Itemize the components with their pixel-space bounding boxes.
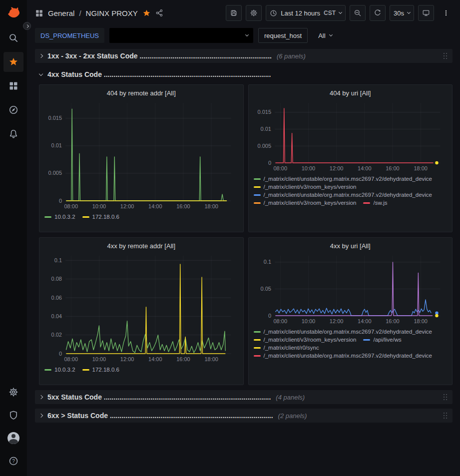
row-drag-handle[interactable] [444, 52, 448, 59]
grafana-logo-icon [6, 6, 21, 21]
legend-item[interactable]: 10.0.3.2 [44, 367, 75, 373]
time-series-chart[interactable]: 00.0050.010.01508:0010:0012:0014:0016:00… [254, 99, 448, 172]
svg-text:0.08: 0.08 [51, 276, 62, 282]
chevron-right-icon [39, 414, 43, 418]
row-title: 4xx Status Code ........................… [47, 70, 271, 78]
time-range-picker[interactable]: Last 12 hours CST [266, 5, 346, 21]
dashboard-row-4xx[interactable]: 4xx Status Code ........................… [35, 67, 453, 81]
sidebar-item-alerting[interactable] [3, 124, 23, 144]
sidebar-expand-button[interactable] [23, 22, 31, 30]
time-range-label: Last 12 hours [281, 9, 320, 17]
dashboard-canvas: 1xx - 3xx - 2xx Status Code ............… [27, 45, 460, 476]
zoom-out-time-button[interactable] [350, 5, 366, 21]
svg-text:18:00: 18:00 [414, 165, 428, 171]
legend-swatch [254, 339, 261, 341]
datasource-variable-value-dropdown[interactable] [109, 28, 253, 43]
legend-item[interactable]: /_matrix/client/unstable/org.matrix.msc2… [254, 176, 433, 182]
dashboard-row-5xx[interactable]: 5xx Status Code ........................… [35, 390, 453, 404]
tv-mode-button[interactable] [418, 5, 434, 21]
legend-item[interactable]: /_matrix/client/r0/sync [254, 345, 319, 351]
dashboard-toolbar: Last 12 hours CST [226, 5, 454, 21]
favorite-star-icon[interactable] [142, 9, 151, 17]
panel-title[interactable]: 404 by uri [All] [254, 88, 448, 99]
panel-4xx-by-uri: 4xx by uri [All] 00.050.108:0010:0012:00… [248, 237, 453, 385]
sidebar-item-help[interactable]: ? [3, 451, 23, 471]
sidebar-top-group [3, 28, 23, 144]
legend-item[interactable]: 10.0.3.2 [44, 214, 75, 220]
star-icon [8, 57, 18, 67]
svg-text:08:00: 08:00 [273, 165, 287, 171]
legend-item[interactable]: /_matrix/client/v3/room_keys/version [254, 184, 357, 190]
row-drag-handle[interactable] [444, 394, 448, 401]
legend-label: /_matrix/client/unstable/org.matrix.msc2… [264, 192, 433, 198]
time-series-chart[interactable]: 00.020.040.060.080.108:0010:0012:0014:00… [44, 252, 238, 363]
legend-item[interactable]: 172.18.0.6 [82, 214, 119, 220]
legend-item[interactable]: /sw.js [363, 200, 387, 206]
legend-item[interactable]: /api/live/ws [363, 337, 401, 343]
legend-item[interactable]: 172.18.0.6 [82, 367, 119, 373]
row-drag-handle[interactable] [444, 412, 448, 419]
grafana-logo[interactable] [2, 4, 24, 23]
legend-swatch [254, 202, 261, 204]
legend-label: /_matrix/client/unstable/org.matrix.msc2… [264, 329, 433, 335]
more-options-button[interactable] [438, 5, 454, 21]
sidebar-item-server-admin[interactable] [3, 405, 23, 425]
bell-icon [8, 129, 18, 139]
breadcrumb-folder[interactable]: General [48, 9, 74, 17]
legend-label: /_matrix/client/v3/room_keys/version [264, 200, 357, 206]
dashboards-icon [8, 81, 18, 91]
dashboard-row-6xx[interactable]: 6xx > Status Code ......................… [35, 409, 453, 423]
sidebar: ? [0, 0, 27, 476]
sidebar-item-explore[interactable] [3, 100, 23, 120]
svg-text:08:00: 08:00 [64, 356, 78, 362]
refresh-interval-dropdown[interactable]: 30s [390, 5, 414, 21]
datasource-variable-text: DS_PROMETHEUS [40, 32, 99, 39]
row-panel-count: (4 panels) [276, 394, 305, 401]
legend-label: /_matrix/client/v3/room_keys/version [264, 337, 357, 343]
svg-text:10:00: 10:00 [301, 165, 315, 171]
save-dashboard-button[interactable] [226, 5, 242, 21]
svg-text:0.06: 0.06 [51, 295, 62, 301]
app-root: ? General / NGINX PROXY [0, 0, 460, 476]
svg-text:0.01: 0.01 [51, 142, 62, 148]
svg-text:0.02: 0.02 [51, 332, 62, 338]
panel-title[interactable]: 4xx by uri [All] [254, 241, 448, 252]
panel-title[interactable]: 4xx by remote addr [All] [44, 241, 238, 252]
breadcrumb-dashboard-title[interactable]: NGINX PROXY [86, 9, 138, 17]
legend-swatch [363, 202, 370, 204]
legend-item[interactable]: /_matrix/client/v3/room_keys/version [254, 337, 357, 343]
panel-404-by-remote-addr: 404 by remote addr [All] 00.0050.010.015… [39, 84, 244, 232]
panel-title[interactable]: 404 by remote addr [All] [44, 88, 238, 99]
share-icon[interactable] [155, 9, 163, 17]
request-host-variable-label[interactable]: request_host [258, 28, 308, 43]
legend-item[interactable]: /_matrix/client/unstable/org.matrix.msc2… [254, 329, 433, 335]
dashboard-row-1xx[interactable]: 1xx - 3xx - 2xx Status Code ............… [35, 49, 453, 63]
chevron-right-icon [39, 54, 43, 58]
kebab-menu-icon [443, 9, 450, 17]
dashboard-settings-button[interactable] [246, 5, 262, 21]
datasource-variable-label[interactable]: DS_PROMETHEUS [35, 28, 104, 43]
refresh-interval-label: 30s [394, 9, 404, 17]
legend-item[interactable]: /_matrix/client/v3/room_keys/version [254, 200, 357, 206]
sidebar-item-search[interactable] [3, 28, 23, 48]
legend-label: 10.0.3.2 [54, 214, 75, 220]
svg-text:0.05: 0.05 [260, 286, 271, 292]
svg-text:18:00: 18:00 [204, 356, 218, 362]
legend-swatch [82, 216, 89, 218]
svg-text:12:00: 12:00 [120, 203, 134, 209]
request-host-value-dropdown[interactable]: All [313, 28, 337, 43]
svg-text:12:00: 12:00 [329, 318, 343, 324]
sidebar-item-starred[interactable] [3, 52, 23, 72]
sidebar-item-profile[interactable] [3, 428, 23, 448]
sidebar-item-dashboards[interactable] [3, 76, 23, 96]
svg-text:0: 0 [59, 351, 62, 357]
legend-item[interactable]: /_matrix/client/unstable/org.matrix.msc2… [254, 192, 433, 198]
sidebar-item-configuration[interactable] [3, 382, 23, 402]
svg-text:16:00: 16:00 [386, 165, 400, 171]
time-series-chart[interactable]: 00.0050.010.01508:0010:0012:0014:0016:00… [44, 99, 238, 210]
time-series-chart[interactable]: 00.050.108:0010:0012:0014:0016:0018:00 [254, 252, 448, 325]
refresh-button[interactable] [370, 5, 386, 21]
help-icon: ? [8, 456, 18, 466]
legend-item[interactable]: /_matrix/client/unstable/org.matrix.msc2… [254, 353, 433, 359]
legend-label: 172.18.0.6 [92, 214, 119, 220]
